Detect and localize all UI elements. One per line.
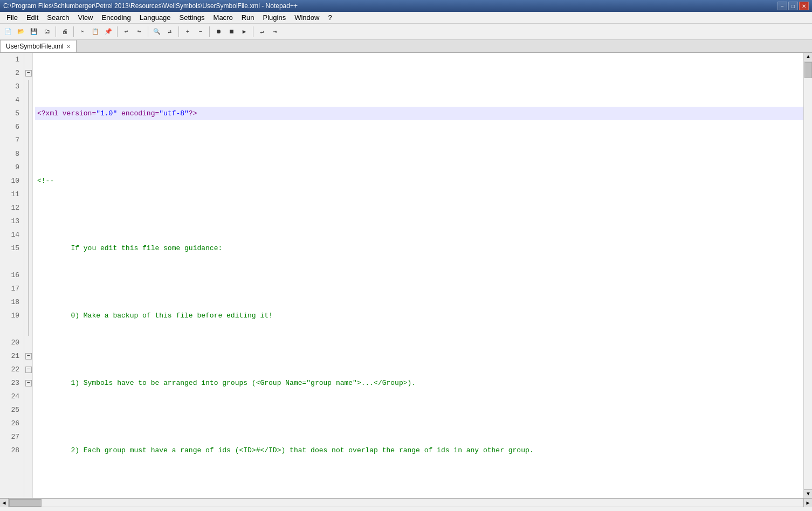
- menu-language[interactable]: Language: [135, 12, 175, 23]
- toolbar-find[interactable]: 🔍: [151, 26, 163, 38]
- toolbar-macro-stop[interactable]: ⏹: [225, 26, 237, 38]
- toolbar-undo[interactable]: ↩: [120, 26, 132, 38]
- tab-bar: UserSymbolFile.xml ✕: [0, 40, 812, 53]
- title-text: C:\Program Files\Schlumberger\Petrel 201…: [3, 2, 298, 10]
- window-controls: − □ ✕: [777, 2, 809, 10]
- toolbar: 📄 📂 💾 🗂 🖨 ✂ 📋 📌 ↩ ↪ 🔍 ⇄ + − ⏺ ⏹ ▶ ↵ ⇥: [0, 24, 812, 40]
- toolbar-replace[interactable]: ⇄: [164, 26, 176, 38]
- toolbar-wordwrap[interactable]: ↵: [256, 26, 268, 38]
- toolbar-open[interactable]: 📂: [15, 26, 27, 38]
- fold-icon-23[interactable]: −: [25, 380, 32, 386]
- editor-container: 1 2 3 4 5 6 7 8 9 10 11 12 13 14 15 16 1…: [0, 53, 812, 498]
- toolbar-indent[interactable]: ⇥: [269, 26, 281, 38]
- toolbar-cut[interactable]: ✂: [77, 26, 88, 38]
- menu-macro[interactable]: Macro: [209, 12, 237, 23]
- scroll-down-button[interactable]: ▼: [804, 489, 812, 498]
- tab-usersymbolfile[interactable]: UserSymbolFile.xml ✕: [0, 40, 77, 52]
- fold-column: − − − −: [24, 53, 33, 498]
- toolbar-save-all[interactable]: 🗂: [41, 26, 53, 38]
- menu-search[interactable]: Search: [43, 12, 73, 23]
- toolbar-print[interactable]: 🖨: [59, 26, 71, 38]
- toolbar-zoom-in[interactable]: +: [182, 26, 194, 38]
- toolbar-sep1: [56, 26, 56, 37]
- menu-settings[interactable]: Settings: [175, 12, 209, 23]
- scroll-up-button[interactable]: ▲: [804, 53, 812, 61]
- code-area[interactable]: 1 2 3 4 5 6 7 8 9 10 11 12 13 14 15 16 1…: [0, 53, 812, 498]
- code-line-6: 2) Each group must have a range of ids (…: [35, 444, 803, 457]
- fold-icon-22[interactable]: −: [25, 367, 32, 373]
- tab-close-button[interactable]: ✕: [66, 44, 71, 50]
- title-bar: C:\Program Files\Schlumberger\Petrel 201…: [0, 0, 812, 12]
- toolbar-zoom-out[interactable]: −: [195, 26, 207, 38]
- fold-icon-2[interactable]: −: [25, 70, 32, 77]
- scroll-thumb[interactable]: [804, 62, 812, 78]
- toolbar-macro-rec[interactable]: ⏺: [212, 26, 224, 38]
- close-button[interactable]: ✕: [799, 2, 809, 10]
- code-line-5: 1) Symbols have to be arranged into grou…: [35, 376, 803, 390]
- menu-edit[interactable]: Edit: [22, 12, 43, 23]
- toolbar-new[interactable]: 📄: [2, 26, 14, 38]
- minimize-button[interactable]: −: [777, 2, 787, 10]
- line1-content: <?xml version="1.0" encoding="utf-8"?>: [37, 107, 197, 120]
- toolbar-redo[interactable]: ↪: [133, 26, 145, 38]
- toolbar-sep5: [178, 26, 179, 37]
- toolbar-save[interactable]: 💾: [28, 26, 40, 38]
- hscroll-left-button[interactable]: ◀: [0, 499, 9, 507]
- code-line-4: 0) Make a backup of this file before edi…: [35, 309, 803, 322]
- toolbar-sep3: [117, 26, 118, 37]
- status-bar: eXtensible Markup Language file length :…: [0, 507, 812, 511]
- menu-plugins[interactable]: Plugins: [259, 12, 291, 23]
- menu-encoding[interactable]: Encoding: [98, 12, 135, 23]
- hscroll-right-button[interactable]: ▶: [803, 499, 812, 507]
- menu-window[interactable]: Window: [290, 12, 324, 23]
- maximize-button[interactable]: □: [788, 2, 798, 10]
- vertical-scrollbar[interactable]: ▲ ▼: [803, 53, 812, 498]
- code-line-3: If you edit this file some guidance:: [35, 241, 803, 255]
- hscroll-thumb[interactable]: [9, 499, 42, 507]
- toolbar-macro-play[interactable]: ▶: [238, 26, 250, 38]
- code-content: <?xml version="1.0" encoding="utf-8"?> <…: [33, 53, 803, 498]
- menu-help[interactable]: ?: [324, 12, 336, 23]
- toolbar-sep6: [209, 26, 210, 37]
- toolbar-paste[interactable]: 📌: [102, 26, 114, 38]
- horizontal-scrollbar[interactable]: ◀ ▶: [0, 498, 812, 507]
- toolbar-sep2: [73, 26, 74, 37]
- menu-view[interactable]: View: [74, 12, 98, 23]
- fold-icon-21[interactable]: −: [25, 353, 32, 360]
- toolbar-copy[interactable]: 📋: [90, 26, 101, 38]
- menu-file[interactable]: File: [2, 12, 22, 23]
- menu-bar: File Edit Search View Encoding Language …: [0, 12, 812, 24]
- code-line-1: <?xml version="1.0" encoding="utf-8"?>: [35, 107, 803, 120]
- tab-label: UserSymbolFile.xml: [6, 43, 64, 50]
- code-line-2: <!--: [35, 174, 803, 188]
- menu-run[interactable]: Run: [237, 12, 259, 23]
- toolbar-sep4: [148, 26, 148, 37]
- toolbar-sep7: [253, 26, 253, 37]
- line-numbers: 1 2 3 4 5 6 7 8 9 10 11 12 13 14 15 16 1…: [0, 53, 24, 498]
